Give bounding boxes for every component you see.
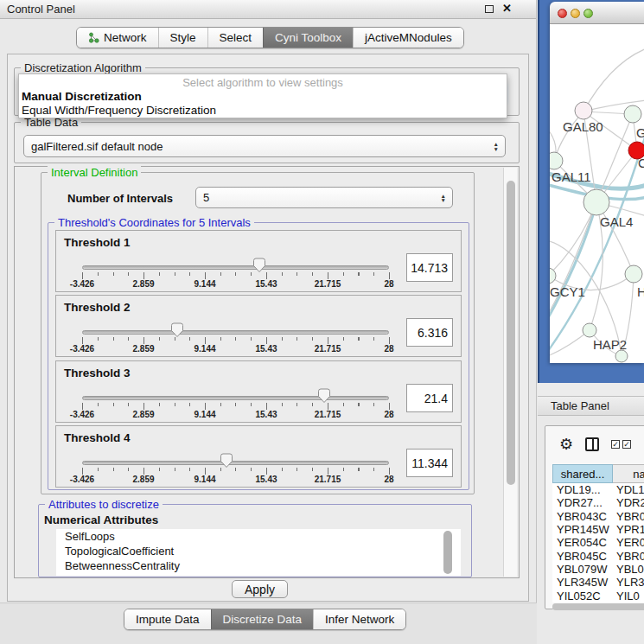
slider-ticks bbox=[82, 272, 390, 280]
tab-jactivemnodules[interactable]: jActiveMNodules bbox=[353, 28, 463, 48]
apply-button[interactable]: Apply bbox=[232, 580, 288, 598]
tab-infer-network[interactable]: Infer Network bbox=[313, 609, 405, 629]
tab-network[interactable]: Network bbox=[77, 28, 158, 48]
threshold-3-slider[interactable]: -3.4262.8599.14415.4321.71528 bbox=[56, 361, 402, 424]
tab-cyni-toolbox-label: Cyni Toolbox bbox=[275, 31, 341, 44]
close-icon[interactable]: ✕ bbox=[502, 3, 512, 14]
table-row[interactable]: YBR045CYBR0 bbox=[552, 549, 644, 562]
threshold-4-value-field[interactable] bbox=[406, 449, 453, 477]
attributes-to-discretize-group: Attributes to discretize Numerical Attri… bbox=[38, 504, 472, 577]
table-cell: YBR043C bbox=[552, 510, 613, 523]
table-row[interactable]: YER054CYER0 bbox=[552, 536, 644, 549]
axis-tick-label: 9.144 bbox=[194, 475, 215, 484]
threshold-2-slider[interactable]: -3.4262.8599.14415.4321.71528 bbox=[56, 296, 402, 358]
dropdown-option-manual-discretization[interactable]: Manual Discretization bbox=[22, 90, 142, 103]
node-bottom[interactable] bbox=[615, 350, 628, 362]
threshold-2-slider-thumb[interactable] bbox=[170, 322, 184, 338]
axis-tick-label: 21.715 bbox=[315, 344, 341, 354]
threshold-3-panel: Threshold 3 -3.4262.8599.14415.4321.7152… bbox=[55, 360, 462, 423]
threshold-2-panel: Threshold 2 -3.4262.8599.14415.4321.7152… bbox=[55, 295, 462, 357]
threshold-3-value-field[interactable] bbox=[406, 384, 453, 412]
attributes-group-title: Attributes to discretize bbox=[45, 498, 163, 511]
threshold-3-slider-thumb[interactable] bbox=[317, 388, 331, 404]
table-body: YDL19...YDL1YDR27...YDR2YBR043CYBR0YPR14… bbox=[552, 483, 644, 603]
node-gcy1[interactable] bbox=[550, 268, 556, 284]
table-panel-titlebar: Table Panel bbox=[538, 396, 644, 416]
threshold-4-slider-thumb[interactable] bbox=[220, 453, 233, 469]
dropdown-option-equal-width-frequency[interactable]: Equal Width/Frequency Discretization bbox=[22, 104, 216, 117]
checkbox-checked-icon[interactable]: ✓ bbox=[622, 440, 631, 449]
minimize-traffic-light-icon[interactable] bbox=[571, 9, 580, 18]
threshold-4-slider[interactable]: -3.4262.8599.14415.4321.71528 bbox=[56, 426, 402, 488]
column-header-shared-name[interactable]: shared... bbox=[552, 464, 613, 483]
slider-track[interactable] bbox=[82, 265, 389, 270]
table-cell: YDL1 bbox=[613, 483, 644, 496]
settings-scrollbar[interactable] bbox=[503, 168, 517, 577]
table-panel-title: Table Panel bbox=[551, 399, 609, 412]
attribute-list-item[interactable]: TopologicalCoefficient bbox=[56, 544, 461, 558]
settings-scrollbar-thumb[interactable] bbox=[507, 181, 515, 485]
number-of-intervals-combobox[interactable]: 5 ▲▼ bbox=[195, 187, 453, 208]
network-window-titlebar[interactable] bbox=[550, 2, 644, 24]
slider-track[interactable] bbox=[82, 396, 389, 400]
slider-ticks bbox=[82, 337, 390, 345]
slider-track[interactable] bbox=[82, 330, 389, 335]
node-right[interactable] bbox=[625, 265, 642, 283]
table-cell: YBL0 bbox=[613, 563, 644, 576]
threshold-1-slider-thumb[interactable] bbox=[252, 258, 266, 273]
dropdown-hint: Select algorithm to view settings bbox=[19, 76, 507, 89]
node-gal4[interactable] bbox=[583, 189, 609, 215]
node-gal11[interactable] bbox=[550, 152, 563, 169]
table-horizontal-scrollbar[interactable] bbox=[552, 603, 644, 610]
table-row[interactable]: YDR27...YDR2 bbox=[552, 496, 644, 509]
select-columns-icons[interactable]: ✓ ✓ bbox=[611, 440, 631, 449]
network-canvas[interactable]: GAL80 GA C GAL11 GAL4 GCY1 H HAP2 bbox=[550, 24, 644, 363]
close-traffic-light-icon[interactable] bbox=[558, 9, 567, 18]
tab-style[interactable]: Style bbox=[158, 28, 207, 48]
attribute-list-item[interactable]: SelfLoops bbox=[56, 529, 461, 544]
checkbox-checked-icon[interactable]: ✓ bbox=[611, 440, 620, 449]
node-hap2[interactable] bbox=[583, 323, 596, 337]
network-view-window[interactable]: GAL80 GA C GAL11 GAL4 GCY1 H HAP2 bbox=[550, 2, 644, 363]
table-cell: YBR045C bbox=[552, 550, 613, 563]
float-window-icon[interactable] bbox=[485, 5, 494, 13]
table-row[interactable]: YDL19...YDL1 bbox=[552, 483, 644, 496]
node-gal80[interactable] bbox=[575, 102, 592, 119]
slider-track[interactable] bbox=[82, 461, 389, 465]
threshold-1-value-field[interactable] bbox=[406, 253, 453, 282]
cyni-toolbox-panel: Discretization Algorithm ▲▼ Select algor… bbox=[7, 54, 529, 602]
attributes-list-scrollbar[interactable] bbox=[443, 531, 452, 574]
attribute-list-item[interactable]: BetweennessCentrality bbox=[56, 558, 461, 573]
tab-impute-data[interactable]: Impute Data bbox=[124, 609, 211, 629]
control-panel-tabs: Network Style Select Cyni Toolbox jActiv… bbox=[76, 27, 464, 48]
table-row[interactable]: YBL079WYBL0 bbox=[552, 563, 644, 576]
threshold-2-value-field[interactable] bbox=[406, 318, 453, 347]
table-row[interactable]: YBR043CYBR0 bbox=[552, 510, 644, 523]
table-row[interactable]: YPR145WYPR1 bbox=[552, 523, 644, 536]
tab-discretize-data[interactable]: Discretize Data bbox=[211, 609, 314, 629]
threshold-1-slider[interactable]: -3.4262.8599.14415.4321.71528 bbox=[56, 231, 402, 293]
axis-tick-label: 15.43 bbox=[255, 279, 277, 289]
table-row[interactable]: YLR345WYLR3 bbox=[552, 576, 644, 589]
numerical-attributes-list[interactable]: SelfLoopsTopologicalCoefficientBetweenne… bbox=[56, 529, 461, 576]
split-columns-icon[interactable] bbox=[585, 437, 599, 451]
gear-icon[interactable]: ⚙ bbox=[559, 437, 573, 452]
zoom-traffic-light-icon[interactable] bbox=[583, 9, 593, 18]
node-label-gal11: GAL11 bbox=[552, 169, 591, 184]
axis-tick-label: -3.426 bbox=[70, 279, 94, 289]
table-hscroll-thumb[interactable] bbox=[552, 603, 644, 610]
table-cell: YLR3 bbox=[613, 576, 644, 589]
control-panel: Control Panel ✕ Network Style Select Cyn… bbox=[0, 0, 537, 644]
table-toolbar: ⚙ ✓ ✓ bbox=[545, 426, 644, 462]
tab-select[interactable]: Select bbox=[207, 28, 264, 48]
table-cell: YBR0 bbox=[613, 550, 644, 563]
table-row[interactable]: YIL052CYIL0 bbox=[552, 589, 644, 602]
tab-cyni-toolbox[interactable]: Cyni Toolbox bbox=[263, 28, 353, 48]
axis-tick-label: 2.859 bbox=[132, 475, 154, 484]
column-header-name[interactable]: na bbox=[613, 464, 644, 483]
table-data-combobox[interactable]: galFiltered.sif default node ▲▼ bbox=[23, 135, 506, 157]
algorithm-dropdown-popup: Select algorithm to view settings Manual… bbox=[18, 73, 507, 118]
node-top-right[interactable] bbox=[624, 105, 641, 123]
tab-jactivemnodules-label: jActiveMNodules bbox=[365, 31, 452, 44]
axis-tick-label: -3.426 bbox=[70, 344, 94, 354]
